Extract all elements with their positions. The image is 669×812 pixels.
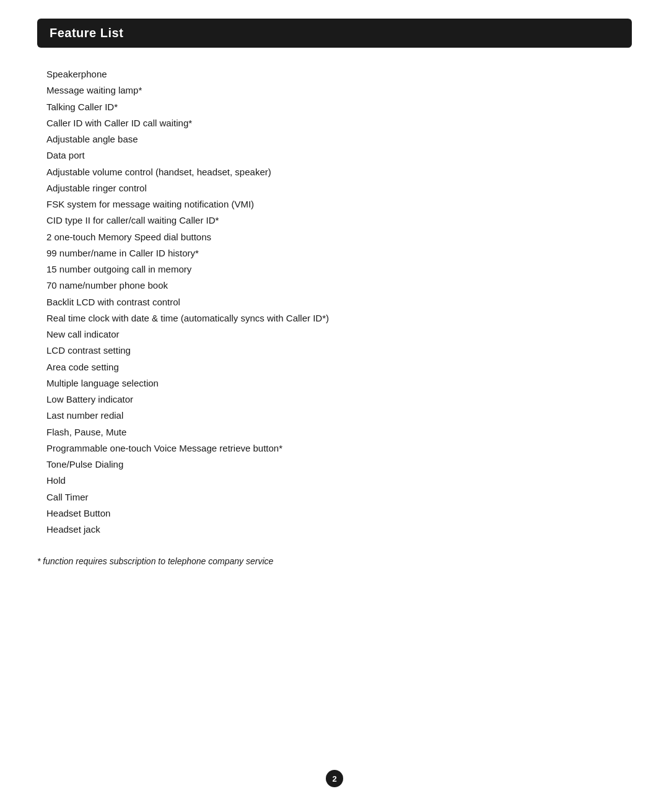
- list-item: Programmable one-touch Voice Message ret…: [46, 440, 623, 456]
- list-item: CID type II for caller/call waiting Call…: [46, 212, 623, 229]
- list-item: Tone/Pulse Dialing: [46, 456, 623, 473]
- list-item: Adjustable volume control (handset, head…: [46, 164, 623, 180]
- list-item: 70 name/number phone book: [46, 277, 623, 294]
- list-item: 15 number outgoing call in memory: [46, 261, 623, 277]
- page: Feature List SpeakerphoneMessage waiting…: [0, 0, 669, 812]
- list-item: Hold: [46, 473, 623, 489]
- list-item: New call indicator: [46, 326, 623, 343]
- list-item: Backlit LCD with contrast control: [46, 294, 623, 310]
- list-item: FSK system for message waiting notificat…: [46, 196, 623, 212]
- header-bar: Feature List: [37, 19, 632, 48]
- list-item: Real time clock with date & time (automa…: [46, 310, 623, 326]
- page-number-container: 2: [326, 770, 343, 787]
- list-item: Speakerphone: [46, 66, 623, 82]
- list-item: Low Battery indicator: [46, 391, 623, 408]
- list-item: 99 number/name in Caller ID history*: [46, 245, 623, 261]
- footnote: * function requires subscription to tele…: [37, 556, 632, 566]
- list-item: Caller ID with Caller ID call waiting*: [46, 115, 623, 131]
- list-item: Adjustable ringer control: [46, 180, 623, 196]
- page-title: Feature List: [50, 26, 619, 40]
- list-item: Message waiting lamp*: [46, 82, 623, 98]
- page-number: 2: [332, 774, 336, 784]
- list-item: Data port: [46, 147, 623, 164]
- list-item: Last number redial: [46, 408, 623, 424]
- list-item: Talking Caller ID*: [46, 99, 623, 115]
- feature-list: SpeakerphoneMessage waiting lamp*Talking…: [37, 66, 632, 538]
- list-item: LCD contrast setting: [46, 343, 623, 359]
- list-item: 2 one-touch Memory Speed dial buttons: [46, 229, 623, 245]
- list-item: Multiple language selection: [46, 375, 623, 391]
- list-item: Adjustable angle base: [46, 131, 623, 147]
- list-item: Area code setting: [46, 359, 623, 375]
- list-item: Flash, Pause, Mute: [46, 424, 623, 440]
- list-item: Headset jack: [46, 522, 623, 538]
- list-item: Headset Button: [46, 505, 623, 522]
- list-item: Call Timer: [46, 489, 623, 505]
